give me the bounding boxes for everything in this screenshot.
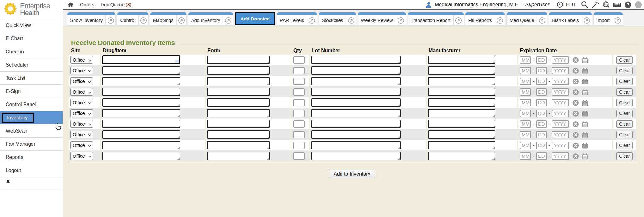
open-new-window-icon[interactable] bbox=[176, 15, 186, 25]
orders-link[interactable]: Orders bbox=[80, 2, 94, 7]
expiration-year-input[interactable] bbox=[552, 78, 569, 85]
clear-date-icon[interactable] bbox=[572, 78, 579, 85]
lot-number-input[interactable] bbox=[311, 56, 401, 64]
open-new-window-icon[interactable] bbox=[346, 15, 356, 25]
calendar-icon[interactable] bbox=[582, 78, 588, 85]
manufacturer-input[interactable] bbox=[428, 66, 495, 75]
expiration-month-input[interactable] bbox=[520, 131, 531, 138]
qty-input[interactable] bbox=[293, 110, 305, 117]
manufacturer-input[interactable] bbox=[428, 56, 495, 64]
calendar-icon[interactable] bbox=[582, 121, 588, 127]
tab-add-inventory[interactable]: Add Inventory bbox=[188, 12, 233, 25]
qty-input[interactable] bbox=[293, 142, 305, 149]
sidebar-item-task-list[interactable]: Task List bbox=[0, 72, 63, 85]
clear-row-button[interactable]: Clear bbox=[616, 131, 632, 138]
open-new-window-icon[interactable] bbox=[582, 15, 592, 25]
manufacturer-input[interactable] bbox=[428, 120, 495, 128]
expiration-year-input[interactable] bbox=[552, 152, 569, 160]
lot-number-input[interactable] bbox=[311, 77, 401, 85]
lot-number-input[interactable] bbox=[311, 141, 401, 149]
lot-number-input[interactable] bbox=[311, 88, 401, 96]
clear-row-button[interactable]: Clear bbox=[616, 120, 632, 128]
sidebar-item-logout[interactable]: Logout bbox=[0, 164, 63, 177]
clear-date-icon[interactable] bbox=[572, 68, 579, 74]
open-new-window-icon[interactable] bbox=[105, 15, 115, 25]
open-new-window-icon[interactable] bbox=[453, 15, 464, 25]
sidebar-item-scheduler[interactable]: Scheduler bbox=[0, 58, 63, 72]
site-select[interactable]: Office bbox=[70, 141, 93, 149]
site-select[interactable]: Office bbox=[70, 120, 93, 128]
form-input[interactable] bbox=[207, 56, 270, 64]
expiration-day-input[interactable] bbox=[536, 131, 547, 138]
manufacturer-input[interactable] bbox=[428, 130, 495, 139]
tab-control[interactable]: Control bbox=[117, 12, 148, 25]
manufacturer-input[interactable] bbox=[428, 98, 495, 107]
calendar-icon[interactable] bbox=[582, 110, 588, 117]
expiration-month-input[interactable] bbox=[520, 110, 531, 117]
keyboard-icon[interactable] bbox=[613, 2, 621, 8]
clear-date-icon[interactable] bbox=[572, 121, 579, 127]
expiration-day-input[interactable] bbox=[536, 120, 547, 128]
drug-item-input[interactable] bbox=[102, 88, 180, 96]
open-new-window-icon[interactable] bbox=[138, 15, 148, 25]
qty-input[interactable] bbox=[293, 99, 305, 106]
tab-med-queue[interactable]: Med Queue bbox=[507, 12, 547, 25]
site-select[interactable]: Office bbox=[70, 77, 93, 85]
calendar-icon[interactable] bbox=[582, 89, 588, 95]
form-input[interactable] bbox=[207, 66, 270, 75]
sidebar-item-webscan[interactable]: WebScan bbox=[0, 124, 63, 138]
clear-row-button[interactable]: Clear bbox=[616, 110, 632, 117]
tab-blank-labels[interactable]: Blank Labels bbox=[549, 12, 592, 25]
open-new-window-icon[interactable] bbox=[307, 15, 317, 25]
expiration-month-input[interactable] bbox=[520, 152, 531, 160]
open-new-window-icon[interactable] bbox=[396, 15, 406, 25]
lot-number-input[interactable] bbox=[311, 130, 401, 139]
clear-row-button[interactable]: Clear bbox=[616, 99, 632, 106]
site-select[interactable]: Office bbox=[70, 131, 93, 138]
form-input[interactable] bbox=[207, 130, 270, 139]
expiration-month-input[interactable] bbox=[520, 88, 531, 96]
clear-date-icon[interactable] bbox=[572, 110, 579, 117]
manufacturer-input[interactable] bbox=[428, 152, 495, 160]
expiration-year-input[interactable] bbox=[552, 131, 569, 138]
sidebar-item-e-sign[interactable]: E-Sign bbox=[0, 85, 63, 98]
calendar-icon[interactable] bbox=[582, 142, 588, 149]
qty-input[interactable] bbox=[293, 56, 305, 64]
clear-row-button[interactable]: Clear bbox=[616, 56, 632, 64]
clear-row-button[interactable]: Clear bbox=[616, 142, 632, 149]
wand-icon[interactable] bbox=[591, 1, 599, 8]
lot-number-input[interactable] bbox=[311, 109, 401, 117]
form-input[interactable] bbox=[207, 141, 270, 149]
site-select[interactable]: Office bbox=[70, 56, 93, 64]
expiration-year-input[interactable] bbox=[552, 99, 569, 106]
clear-row-button[interactable]: Clear bbox=[616, 67, 632, 74]
tab-add-donated[interactable]: Add Donated bbox=[235, 12, 275, 25]
search-icon[interactable] bbox=[581, 1, 589, 8]
home-icon[interactable] bbox=[67, 2, 74, 8]
globe-phone-icon[interactable] bbox=[602, 1, 610, 8]
open-new-window-icon[interactable] bbox=[537, 15, 547, 25]
site-select[interactable]: Office bbox=[70, 67, 93, 74]
expiration-month-input[interactable] bbox=[520, 142, 531, 149]
clear-row-button[interactable]: Clear bbox=[616, 78, 632, 85]
drug-item-input[interactable] bbox=[102, 98, 180, 107]
sidebar-item-quick-view[interactable]: Quick View bbox=[0, 19, 63, 32]
expiration-day-input[interactable] bbox=[536, 78, 547, 85]
expiration-day-input[interactable] bbox=[536, 67, 547, 74]
expiration-day-input[interactable] bbox=[536, 142, 547, 149]
calendar-icon[interactable] bbox=[582, 68, 588, 74]
lot-number-input[interactable] bbox=[311, 120, 401, 128]
manufacturer-input[interactable] bbox=[428, 88, 495, 96]
calendar-icon[interactable] bbox=[582, 153, 588, 160]
expiration-month-input[interactable] bbox=[520, 56, 531, 64]
calendar-icon[interactable] bbox=[582, 132, 588, 138]
form-input[interactable] bbox=[207, 77, 270, 85]
expiration-day-input[interactable] bbox=[536, 99, 547, 106]
drug-item-input[interactable] bbox=[102, 77, 180, 85]
form-input[interactable] bbox=[207, 98, 270, 107]
qty-input[interactable] bbox=[293, 67, 305, 74]
expiration-year-input[interactable] bbox=[552, 67, 569, 74]
qty-input[interactable] bbox=[293, 152, 305, 160]
drug-item-input[interactable] bbox=[102, 109, 180, 117]
qty-input[interactable] bbox=[293, 88, 305, 96]
